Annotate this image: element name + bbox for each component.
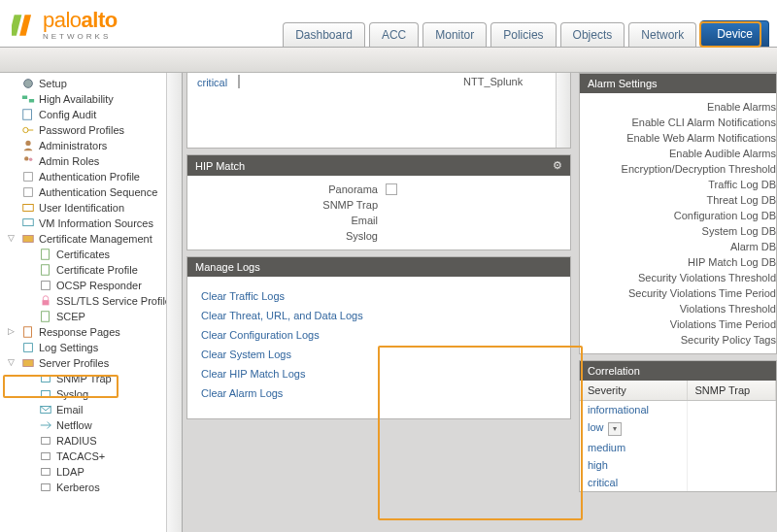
svg-point-6 [23,127,28,132]
tab-monitor[interactable]: Monitor [422,22,487,47]
sidebar-item-administrators[interactable]: Administrators [0,138,182,153]
checkbox[interactable] [386,183,397,195]
severity-cell[interactable]: critical [197,76,230,89]
sidebar-item-scep[interactable]: SCEP [0,309,182,324]
setting-row: Enable Web Alarm Notifications [590,130,776,146]
flow-icon [39,418,52,432]
tab-policies[interactable]: Policies [490,22,556,47]
svg-rect-22 [23,360,34,367]
sidebar-item-email[interactable]: Email [0,402,182,417]
svg-rect-14 [23,236,34,243]
sidebar-item-setup[interactable]: Setup [0,76,182,91]
sidebar-item-certificates[interactable]: Certificates [0,247,182,262]
table-row[interactable]: critical [580,474,776,491]
tab-dashboard[interactable]: Dashboard [283,22,365,47]
setting-row: Security Violations Time Period [590,285,776,301]
sidebar-item-kerberos[interactable]: Kerberos [0,480,182,495]
server-icon [39,465,52,479]
sidebar-item-snmp[interactable]: SNMP Trap [0,371,182,386]
tab-acc[interactable]: ACC [369,22,419,47]
svg-rect-4 [29,99,34,103]
sidebar-item-auth-seq[interactable]: Authentication Sequence [0,184,182,200]
svg-point-7 [25,141,30,146]
folder-icon [21,232,35,246]
col-snmp[interactable]: SNMP Trap [687,381,776,401]
sidebar-item-vm-info[interactable]: VM Information Sources [0,216,182,231]
col-severity[interactable]: Severity [580,381,687,401]
svg-point-8 [24,156,28,160]
server-icon [39,449,52,463]
sidebar-item-admin-roles[interactable]: Admin Roles [0,153,182,169]
setting-row: Violations Time Period [590,316,776,332]
setting-row: Enable CLI Alarm Notifications [590,115,776,130]
manage-logs-panel: Manage Logs Clear Traffic Logs Clear Thr… [186,256,571,419]
server-icon [39,481,52,494]
svg-point-9 [29,158,33,162]
svg-rect-0 [12,15,21,36]
sidebar-item-radius[interactable]: RADIUS [0,433,182,449]
audit-icon [21,108,35,121]
scrollbar[interactable] [166,73,182,532]
email-icon [39,403,52,416]
chevron-down-icon[interactable]: ▽ [8,233,17,243]
dropdown-arrow-icon[interactable]: ▾ [608,422,622,436]
tab-device[interactable]: Device [700,20,769,47]
sidebar-item-tacacs[interactable]: TACACS+ [0,449,182,464]
sidebar-item-ha[interactable]: High Availability [0,91,182,107]
user-icon [21,139,35,152]
clear-threat-logs-link[interactable]: Clear Threat, URL, and Data Logs [201,306,557,325]
key-icon [21,123,35,137]
field-label: Email [232,215,378,226]
sidebar-item-auth-profile[interactable]: Authentication Profile [0,169,182,184]
sidebar-item-netflow[interactable]: Netflow [0,417,182,433]
clear-hip-logs-link[interactable]: Clear HIP Match Logs [201,364,557,383]
server-icon [39,372,52,385]
sidebar-item-ldap[interactable]: LDAP [0,464,182,480]
tab-objects[interactable]: Objects [560,22,625,47]
gear-icon[interactable]: ⚙ [553,159,562,172]
table-row[interactable]: critical NTT_Splunk [187,73,570,92]
setting-row: Alarm DB [590,239,776,254]
setting-row: System Log DB [590,223,776,239]
checkbox[interactable] [238,75,240,88]
sidebar-item-cert-profile[interactable]: Certificate Profile [0,262,182,278]
table-row[interactable]: high [580,456,776,474]
chevron-down-icon[interactable]: ▽ [8,357,17,367]
header-bar: paloalto NETWORKS Dashboard ACC Monitor … [0,0,777,48]
table-row[interactable]: informational [580,401,776,419]
sidebar-item-password-profiles[interactable]: Password Profiles [0,122,182,138]
setting-row: Security Policy Tags [590,332,776,348]
chevron-right-icon[interactable]: ▷ [8,326,17,336]
users-icon [21,154,35,168]
vm-icon [21,216,35,230]
svg-rect-21 [24,344,33,352]
sidebar-item-ssl-tls[interactable]: SSL/TLS Service Profile [0,293,182,309]
sidebar-item-syslog[interactable]: Syslog [0,386,182,402]
panel-title: Manage Logs [195,261,260,273]
svg-rect-10 [24,173,33,182]
clear-alarm-logs-link[interactable]: Clear Alarm Logs [201,383,557,403]
sidebar-item-server-profiles[interactable]: ▽Server Profiles [0,355,182,371]
clear-traffic-logs-link[interactable]: Clear Traffic Logs [201,286,557,306]
sidebar-item-ocsp[interactable]: OCSP Responder [0,278,182,293]
severity-table: critical NTT_Splunk [186,73,571,149]
brand-mark-icon [12,13,37,38]
primary-tabs: Dashboard ACC Monitor Policies Objects N… [283,20,769,47]
clear-config-logs-link[interactable]: Clear Configuration Logs [201,325,557,345]
table-row[interactable]: low▾ [580,418,776,439]
cert-icon [39,263,52,277]
cert-icon [39,310,52,323]
svg-rect-1 [19,15,31,36]
sidebar-item-log-settings[interactable]: Log Settings [0,340,182,355]
sidebar-item-user-id[interactable]: User Identification [0,200,182,216]
sidebar-item-response-pages[interactable]: ▷Response Pages [0,324,182,340]
gear-icon [21,77,35,90]
clear-system-logs-link[interactable]: Clear System Logs [201,345,557,364]
panel-title: HIP Match [195,160,245,172]
setting-row: Encryption/Decryption Threshold [590,161,776,177]
sidebar-item-cert-mgmt[interactable]: ▽Certificate Management [0,231,182,247]
sidebar-item-config-audit[interactable]: Config Audit [0,107,182,122]
tab-network[interactable]: Network [628,22,696,47]
scrollbar[interactable] [556,73,570,148]
table-row[interactable]: medium [580,439,776,456]
